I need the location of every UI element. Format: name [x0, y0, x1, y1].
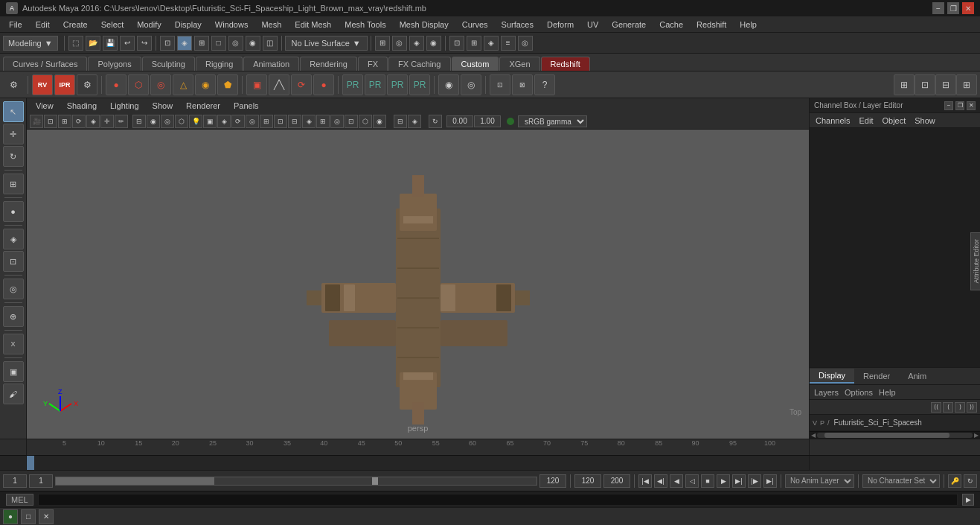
rs-help-btn[interactable]: ?	[534, 74, 555, 95]
soft-select-btn[interactable]: ●	[3, 201, 24, 222]
vp-grid-btn[interactable]: ⊟	[288, 115, 301, 128]
tab-rendering[interactable]: Rendering	[300, 57, 357, 71]
select-components-btn[interactable]: ⊞	[194, 36, 209, 51]
pb-cycle-btn[interactable]: ↻	[964, 474, 977, 488]
select-objects-btn[interactable]: ◈	[177, 36, 192, 51]
snap-to-grid-btn[interactable]: ⊕	[3, 306, 24, 327]
menu-windows[interactable]: Windows	[209, 19, 254, 31]
menu-mesh-display[interactable]: Mesh Display	[394, 19, 455, 31]
save-scene-btn[interactable]: 💾	[103, 36, 118, 51]
hscroll-right-btn[interactable]: ▶	[974, 432, 979, 439]
render-settings-btn[interactable]: ⊞	[375, 36, 390, 51]
menu-modify[interactable]: Modify	[131, 19, 167, 31]
vp-screen-space-btn[interactable]: ◈	[217, 115, 231, 128]
undo-btn[interactable]: ↩	[120, 36, 135, 51]
vp-menu-panels[interactable]: Panels	[228, 100, 265, 112]
menu-uv[interactable]: UV	[581, 19, 604, 31]
rs-log-btn[interactable]: ⊠	[512, 74, 533, 95]
menu-edit-mesh[interactable]: Edit Mesh	[289, 19, 337, 31]
vp-image-plane-btn[interactable]: ⬡	[359, 115, 372, 128]
menu-surfaces[interactable]: Surfaces	[496, 19, 539, 31]
vp-manip-btn[interactable]: ✛	[100, 115, 114, 128]
vp-menu-lighting[interactable]: Lighting	[104, 100, 145, 112]
lasso-select-btn[interactable]: ◈	[3, 229, 24, 249]
vp-smooth-btn[interactable]: ◉	[147, 115, 160, 128]
open-scene-btn[interactable]: 📂	[86, 36, 100, 51]
tab-fx[interactable]: FX	[358, 57, 388, 71]
pb-prev-frame-btn[interactable]: ◀	[670, 474, 683, 488]
pb-start-frame[interactable]: 1	[3, 474, 27, 488]
pb-slider-thumb[interactable]	[372, 477, 378, 485]
vp-flat-btn[interactable]: ◎	[161, 115, 174, 128]
pb-range-end[interactable]	[539, 474, 566, 488]
vp-resolution-gate-btn[interactable]: ⊞	[316, 115, 330, 128]
modeling-toolkit-btn[interactable]: ◈	[484, 36, 499, 51]
dr-tab-display[interactable]: Display	[810, 369, 854, 384]
layer-arrow-last[interactable]: ⟩⟩	[967, 402, 977, 413]
tab-animation[interactable]: Animation	[243, 57, 299, 71]
vp-rotate-btn[interactable]: ↻	[429, 115, 442, 128]
rs-settings-icon-btn[interactable]: ⚙	[77, 74, 97, 95]
vp-motion-blur-btn[interactable]: ⟳	[231, 115, 245, 128]
layer-arrow-first[interactable]: ⟨⟨	[931, 402, 941, 413]
vp-shadow-btn[interactable]: ▣	[203, 115, 217, 128]
tab-polygons[interactable]: Polygons	[88, 57, 141, 71]
vp-menu-renderer[interactable]: Renderer	[180, 100, 226, 112]
menu-deform[interactable]: Deform	[541, 19, 580, 31]
tool-settings-btn[interactable]: ⊡	[449, 36, 464, 51]
pb-current-frame[interactable]	[29, 474, 53, 488]
restore-button[interactable]: ❒	[947, 2, 959, 14]
menu-redshift[interactable]: Redshift	[691, 19, 732, 31]
tab-fx-caching[interactable]: FX Caching	[388, 57, 450, 71]
menu-select[interactable]: Select	[95, 19, 130, 31]
pb-next-frame-btn[interactable]: ▶|	[732, 474, 746, 488]
attribute-editor-side-tab[interactable]: Attribute Editor	[970, 232, 980, 290]
tl-scrub-handle[interactable]	[27, 456, 34, 470]
menu-create[interactable]: Create	[57, 19, 94, 31]
vp-field-chart-btn[interactable]: ◎	[330, 115, 344, 128]
paint-select-btn[interactable]: ⊡	[3, 251, 24, 272]
vp-camera-btn[interactable]: 🎥	[30, 115, 43, 128]
show-hide-panels-btn[interactable]: ⊞	[894, 74, 915, 95]
menu-display[interactable]: Display	[169, 19, 208, 31]
vp-hud-btn[interactable]: ⊡	[274, 115, 287, 128]
lo-options[interactable]: Options	[845, 388, 873, 397]
vp-coord-x[interactable]	[446, 115, 473, 127]
bridge-btn[interactable]: ⟳	[291, 74, 312, 95]
channel-box-btn[interactable]: ⊞	[467, 36, 481, 51]
vp-isolate-btn[interactable]: ◈	[86, 115, 100, 128]
vp-stereo-btn[interactable]: ⊟	[394, 115, 407, 128]
new-scene-btn[interactable]: ⬚	[68, 36, 83, 51]
dr-tab-anim[interactable]: Anim	[899, 369, 935, 383]
poly-cube-btn[interactable]: ⬡	[128, 74, 149, 95]
menu-mesh[interactable]: Mesh	[255, 19, 287, 31]
rs-icon2[interactable]: ◎	[461, 74, 481, 95]
timeline-ruler[interactable]: 5 10 15 20 25 30 35 40 45 50 55 60 65 70	[27, 439, 809, 455]
vp-overscan-btn[interactable]: ⊡	[345, 115, 358, 128]
cb-menu-channels[interactable]: Channels	[813, 115, 853, 126]
mel-input[interactable]	[38, 494, 958, 506]
snap-curve-btn[interactable]: ◎	[228, 36, 243, 51]
pb-next-key-btn[interactable]: |▶	[748, 474, 761, 488]
menu-cache[interactable]: Cache	[653, 19, 689, 31]
lo-layers[interactable]: Layers	[814, 388, 839, 397]
select-by-hierarchy-btn[interactable]: ⊡	[160, 36, 175, 51]
render-view-btn[interactable]: ◉	[426, 36, 441, 51]
menu-file[interactable]: File	[3, 19, 28, 31]
pb-stop-btn[interactable]: ■	[701, 474, 714, 488]
cb-menu-edit[interactable]: Edit	[856, 115, 876, 126]
select-tool-btn[interactable]: ↖	[3, 101, 24, 122]
panel-layout-btn3[interactable]: ⊞	[956, 74, 977, 95]
show-manip-btn[interactable]: ◎	[3, 279, 24, 299]
vp-multi-cam-btn[interactable]: ◉	[373, 115, 386, 128]
tab-custom[interactable]: Custom	[452, 57, 499, 71]
redshift-pr1[interactable]: PR	[342, 74, 363, 95]
vp-gamma-select[interactable]: sRGB gamma	[518, 115, 587, 127]
poly-sphere-btn[interactable]: ●	[106, 74, 126, 95]
rotate-tool-btn[interactable]: ↻	[3, 146, 24, 167]
pb-go-end-btn[interactable]: ▶|	[763, 474, 777, 488]
menu-curves[interactable]: Curves	[456, 19, 494, 31]
poly-cylinder-btn[interactable]: ◎	[150, 74, 171, 95]
layer-arrow-up[interactable]: ⟩	[955, 402, 965, 413]
layer-arrow-prev[interactable]: ⟨	[943, 402, 953, 413]
